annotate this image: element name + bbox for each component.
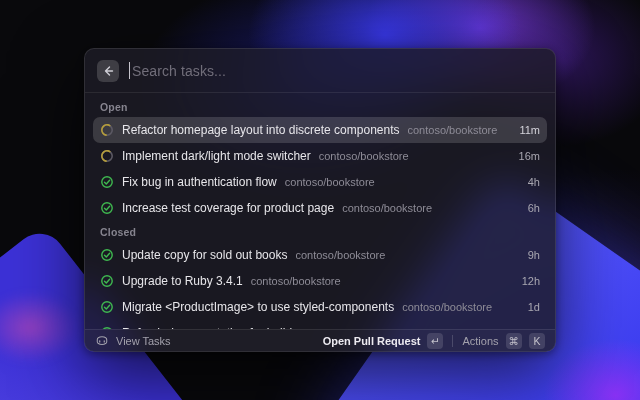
check-circle-icon <box>100 300 114 314</box>
footer-bar: View Tasks Open Pull Request ↵ Actions ⌘… <box>85 329 555 351</box>
copilot-icon <box>95 334 109 348</box>
task-repo: contoso/bookstore <box>342 202 432 214</box>
task-time: 11m <box>519 124 540 136</box>
task-title: Upgrade to Ruby 3.4.1 <box>122 274 243 288</box>
wallpaper-magenta-glow <box>0 280 95 375</box>
task-repo: contoso/bookstore <box>319 150 409 162</box>
task-time: 12h <box>522 275 540 287</box>
task-title: Refactor homepage layout into discrete c… <box>122 123 400 137</box>
view-tasks-label: View Tasks <box>116 335 171 347</box>
check-circle-icon <box>100 248 114 262</box>
task-time: 9h <box>528 249 540 261</box>
task-time: 6h <box>528 202 540 214</box>
text-caret <box>129 62 130 79</box>
search-header: Search tasks... <box>85 49 555 93</box>
task-list: OpenRefactor homepage layout into discre… <box>85 94 555 329</box>
task-row[interactable]: Increase test coverage for product pagec… <box>93 195 547 221</box>
task-repo: contoso/bookstore <box>285 176 375 188</box>
open-pull-request-button[interactable]: Open Pull Request <box>323 335 421 347</box>
arrow-left-icon <box>102 65 114 77</box>
k-keycap: K <box>529 333 545 349</box>
enter-keycap: ↵ <box>427 333 443 349</box>
search-placeholder: Search tasks... <box>132 63 226 79</box>
task-title: Migrate <ProductImage> to use styled-com… <box>122 300 394 314</box>
in-progress-icon <box>100 149 114 163</box>
footer-divider <box>452 335 453 347</box>
task-title: Implement dark/light mode switcher <box>122 149 311 163</box>
section-header-open: Open <box>93 101 547 113</box>
actions-button[interactable]: Actions <box>462 335 498 347</box>
task-row[interactable]: Update copy for sold out bookscontoso/bo… <box>93 242 547 268</box>
back-button[interactable] <box>97 60 119 82</box>
task-time: 4h <box>528 176 540 188</box>
task-repo: contoso/bookstore <box>402 301 492 313</box>
task-row[interactable]: Refactor homepage layout into discrete c… <box>93 117 547 143</box>
task-row[interactable]: Implement dark/light mode switchercontos… <box>93 143 547 169</box>
task-time: 1d <box>528 301 540 313</box>
command-keycap: ⌘ <box>506 333 523 349</box>
command-palette: Search tasks... OpenRefactor homepage la… <box>84 48 556 352</box>
task-title: Increase test coverage for product page <box>122 201 334 215</box>
task-repo: contoso/bookstore <box>251 275 341 287</box>
check-circle-icon <box>100 274 114 288</box>
task-row[interactable]: Refresh documentation for build processc… <box>93 320 547 329</box>
task-time: 16m <box>519 150 540 162</box>
task-title: Update copy for sold out books <box>122 248 287 262</box>
footer-view-tasks[interactable]: View Tasks <box>95 334 171 348</box>
task-row[interactable]: Migrate <ProductImage> to use styled-com… <box>93 294 547 320</box>
check-circle-icon <box>100 201 114 215</box>
task-repo: contoso/bookstore <box>408 124 498 136</box>
task-repo: contoso/bookstore <box>295 249 385 261</box>
footer-actions: Open Pull Request ↵ Actions ⌘ K <box>323 333 545 349</box>
task-row[interactable]: Upgrade to Ruby 3.4.1contoso/bookstore12… <box>93 268 547 294</box>
task-row[interactable]: Fix bug in authentication flowcontoso/bo… <box>93 169 547 195</box>
check-circle-icon <box>100 175 114 189</box>
desktop: Search tasks... OpenRefactor homepage la… <box>0 0 640 400</box>
task-title: Fix bug in authentication flow <box>122 175 277 189</box>
in-progress-icon <box>100 123 114 137</box>
search-input[interactable]: Search tasks... <box>129 62 543 79</box>
section-header-closed: Closed <box>93 226 547 238</box>
